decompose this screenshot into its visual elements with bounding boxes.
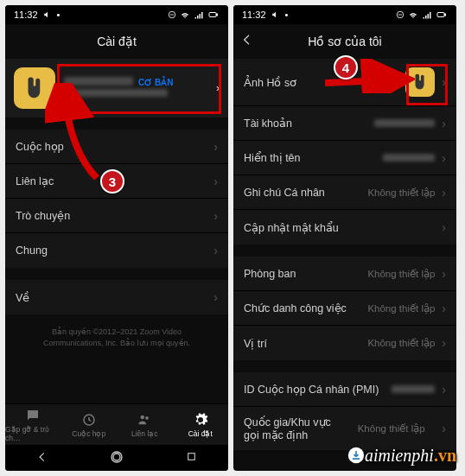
value-blurred xyxy=(383,154,435,162)
row-meeting[interactable]: Cuộc họp › xyxy=(5,130,228,164)
nav-home[interactable] xyxy=(110,450,124,466)
svg-point-7 xyxy=(113,454,120,460)
avatar xyxy=(405,67,435,97)
avatar xyxy=(14,67,55,109)
chat-icon xyxy=(25,408,41,423)
svg-rect-11 xyxy=(398,15,402,16)
tab-bar: Gặp gỡ & trò ch… Cuộc họp Liên lạc Cài đ… xyxy=(5,403,228,445)
header: Hồ sơ của tôi xyxy=(233,24,456,59)
row-default-region[interactable]: Quốc gia/Khu vực gọi mặc định Không thiế… xyxy=(233,407,456,450)
phone-profile: 11:32 • Hồ sơ của tôi Ảnh Hồ sơ xyxy=(233,5,456,471)
clock-icon xyxy=(81,412,97,428)
chevron-right-icon: › xyxy=(442,383,446,397)
row-update-password[interactable]: Cập nhật mật khẩu › xyxy=(233,210,456,244)
dot-icon: • xyxy=(285,10,289,20)
profile-row[interactable]: CƠ BẢN › xyxy=(5,59,228,117)
row-job-title[interactable]: Chức danh công việc Không thiết lập › xyxy=(233,291,456,326)
status-bar: 11:32 • xyxy=(233,5,456,24)
profile-section: CƠ BẢN › xyxy=(5,59,228,117)
status-time: 11:32 xyxy=(14,10,38,20)
gear-icon xyxy=(193,412,208,428)
profile-details-section-1: Ảnh Hồ sơ › Tài khoản › Hiển thị tên › G… xyxy=(233,59,456,244)
chevron-right-icon: › xyxy=(442,336,446,350)
settings-section-2: Về › xyxy=(5,280,228,314)
profile-name-blurred xyxy=(64,77,133,86)
row-general[interactable]: Chung › xyxy=(5,233,228,268)
row-profile-photo[interactable]: Ảnh Hồ sơ › xyxy=(233,59,456,106)
dnd-icon xyxy=(396,10,404,19)
tab-settings[interactable]: Cài đặt xyxy=(173,404,229,445)
signal-icon xyxy=(194,10,204,20)
battery-icon xyxy=(207,10,220,20)
volume-icon xyxy=(271,10,280,19)
value-blurred xyxy=(392,385,435,393)
profile-details-section-3: ID Cuộc họp Cá nhân (PMI) › Quốc gia/Khu… xyxy=(233,372,456,450)
row-location[interactable]: Vị trí Không thiết lập › xyxy=(233,326,456,360)
nav-back[interactable] xyxy=(36,451,48,466)
phone-settings: 11:32 • Cài đặt xyxy=(5,5,228,471)
row-department[interactable]: Phòng ban Không thiết lập › xyxy=(233,257,456,291)
chevron-right-icon: › xyxy=(442,117,446,130)
status-bar: 11:32 • xyxy=(5,5,228,24)
status-time: 11:32 xyxy=(242,10,266,20)
copyright-text: Bản quyền ©2012–2021 Zoom Video Communic… xyxy=(5,314,228,360)
row-contacts[interactable]: Liên lạc › xyxy=(5,164,228,199)
row-about[interactable]: Về › xyxy=(5,280,228,314)
chevron-right-icon: › xyxy=(216,82,220,94)
fingers-crossed-icon xyxy=(22,75,48,101)
row-personal-note[interactable]: Ghi chú Cá nhân Không thiết lập › xyxy=(233,175,456,210)
row-pmi[interactable]: ID Cuộc họp Cá nhân (PMI) › xyxy=(233,372,456,407)
row-display-name[interactable]: Hiển thị tên › xyxy=(233,141,456,175)
value-blurred xyxy=(374,119,435,127)
nav-recent[interactable] xyxy=(186,451,197,465)
chevron-right-icon: › xyxy=(442,75,446,89)
profile-details-section-2: Phòng ban Không thiết lập › Chức danh cô… xyxy=(233,257,456,360)
svg-rect-12 xyxy=(437,13,444,17)
chevron-right-icon: › xyxy=(213,140,218,154)
chevron-right-icon: › xyxy=(442,301,446,315)
wifi-icon xyxy=(408,10,418,20)
profile-email-blurred xyxy=(64,89,168,97)
wifi-icon xyxy=(180,10,190,20)
tab-meet-chat[interactable]: Gặp gỡ & trò ch… xyxy=(5,404,61,445)
chevron-right-icon: › xyxy=(442,151,446,165)
svg-rect-2 xyxy=(209,13,216,17)
battery-icon xyxy=(436,10,448,20)
chevron-right-icon: › xyxy=(442,267,446,281)
header: Cài đặt xyxy=(5,24,228,59)
signal-icon xyxy=(422,10,432,20)
license-badge: CƠ BẢN xyxy=(138,78,173,87)
page-title: Cài đặt xyxy=(97,35,137,48)
contacts-icon xyxy=(137,412,152,428)
chevron-right-icon: › xyxy=(213,209,218,223)
dot-icon: • xyxy=(57,10,61,20)
chevron-right-icon: › xyxy=(442,422,446,435)
row-chat[interactable]: Trò chuyện › xyxy=(5,199,228,233)
chevron-right-icon: › xyxy=(442,220,446,234)
dnd-icon xyxy=(168,10,176,19)
svg-rect-13 xyxy=(445,14,446,16)
chevron-right-icon: › xyxy=(213,175,218,188)
android-nav-bar xyxy=(5,445,228,471)
chevron-right-icon: › xyxy=(213,290,218,304)
tab-contacts[interactable]: Liên lạc xyxy=(117,404,173,445)
back-button[interactable] xyxy=(240,33,254,49)
settings-section-1: Cuộc họp › Liên lạc › Trò chuyện › Chung… xyxy=(5,130,228,268)
tab-meetings[interactable]: Cuộc họp xyxy=(61,404,118,445)
page-title: Hồ sơ của tôi xyxy=(308,35,381,48)
svg-point-5 xyxy=(141,415,145,419)
chevron-right-icon: › xyxy=(442,186,446,200)
svg-rect-3 xyxy=(217,14,218,16)
svg-point-6 xyxy=(145,416,149,419)
svg-rect-1 xyxy=(170,15,174,16)
svg-rect-9 xyxy=(188,454,195,460)
fingers-crossed-icon xyxy=(411,73,430,92)
volume-icon xyxy=(43,10,52,19)
chevron-right-icon: › xyxy=(213,244,218,257)
row-account[interactable]: Tài khoản › xyxy=(233,106,456,141)
